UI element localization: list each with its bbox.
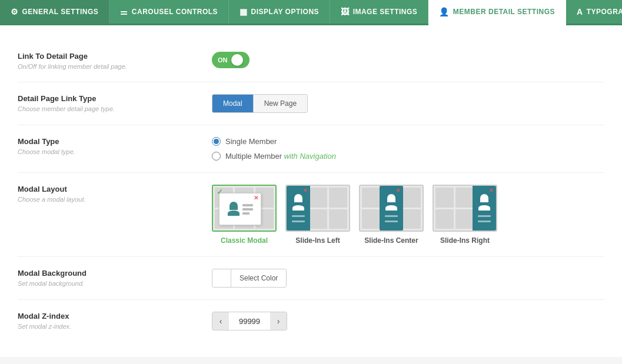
detail-page-link-type-control: Modal New Page: [212, 94, 604, 113]
single-member-option[interactable]: Single Member: [212, 137, 336, 146]
tab-display-options[interactable]: ▦ DISPLAY OPTIONS: [229, 0, 330, 24]
slide-ins-right-card[interactable]: ✕ Slide-Ins Right: [433, 185, 497, 245]
modal-layout-row: Modal Layout Choose a modal layout.: [18, 173, 604, 257]
new-page-button[interactable]: New Page: [254, 95, 307, 112]
link-to-detail-page-label: Link To Detail Page On/Off for linking m…: [18, 52, 212, 70]
modal-background-row: Modal Background Set modal background. S…: [18, 257, 604, 300]
tab-typography[interactable]: A TYPOGRAPHY: [566, 0, 622, 24]
slide-center-close: ✕: [396, 188, 401, 193]
classic-modal-inner: ✕: [213, 186, 275, 231]
slide-center-panel: ✕: [380, 186, 403, 231]
modal-layout-label: Modal Layout Choose a modal layout.: [18, 185, 212, 203]
classic-modal-box: ✕: [219, 193, 261, 225]
color-swatch: [212, 269, 231, 287]
link-to-detail-page-control: ON: [212, 52, 604, 68]
modal-zindex-row: Modal Z-index Set modal z-index. ‹ ›: [18, 300, 604, 342]
single-member-label: Single Member: [225, 137, 277, 146]
slide-ins-left-card[interactable]: ✕ Slide-Ins Left: [285, 185, 350, 245]
classic-modal-preview: ✕: [212, 185, 277, 232]
tab-image-settings[interactable]: 🖼 IMAGE SETTINGS: [330, 0, 428, 24]
slide-ins-right-inner: ✕: [434, 186, 496, 231]
slide-left-panel: ✕: [287, 186, 310, 231]
zindex-increment-button[interactable]: ›: [270, 312, 287, 330]
slide-ins-center-preview: ✕: [359, 185, 424, 232]
settings-content: Link To Detail Page On/Off for linking m…: [0, 25, 622, 357]
display-icon: ▦: [240, 7, 248, 16]
close-x-icon: ✕: [254, 195, 258, 201]
tab-general-settings[interactable]: ⚙ GENERAL SETTINGS: [0, 0, 109, 24]
zindex-decrement-button[interactable]: ‹: [212, 312, 229, 330]
color-picker-button[interactable]: Select Color: [212, 269, 287, 288]
image-icon: 🖼: [341, 7, 350, 16]
slide-right-panel: ✕: [473, 186, 496, 231]
typography-icon: A: [577, 7, 583, 16]
slide-ins-left-preview: ✕: [285, 185, 350, 232]
modal-type-row: Modal Type Choose modal type. Single Mem…: [18, 125, 604, 173]
gear-icon: ⚙: [11, 7, 19, 16]
detail-page-link-type-row: Detail Page Link Type Choose member deta…: [18, 82, 604, 125]
modal-layout-control: ✕: [212, 185, 604, 245]
tab-carousel-controls[interactable]: ⚌ CAROUSEL CONTROLS: [109, 0, 229, 24]
select-color-label: Select Color: [231, 269, 286, 287]
modal-type-control: Single Member Multiple Member with Navig…: [212, 137, 604, 161]
link-to-detail-page-toggle[interactable]: ON: [212, 52, 250, 68]
toggle-knob: [231, 54, 243, 66]
modal-type-radio-group: Single Member Multiple Member with Navig…: [212, 137, 336, 161]
modal-layout-cards: ✕: [212, 185, 497, 245]
modal-type-label: Modal Type Choose modal type.: [18, 137, 212, 155]
single-member-radio[interactable]: [212, 137, 221, 146]
slide-ins-center-inner: ✕: [360, 186, 423, 231]
page-link-type-button-group: Modal New Page: [212, 94, 308, 113]
multiple-member-radio[interactable]: [212, 152, 221, 161]
modal-zindex-label: Modal Z-index Set modal z-index.: [18, 312, 212, 330]
zindex-stepper: ‹ ›: [212, 312, 287, 330]
modal-background-control: Select Color: [212, 269, 604, 288]
navigation-text: with Navigation: [284, 152, 336, 161]
slide-ins-right-label: Slide-Ins Right: [440, 236, 490, 245]
classic-modal-label: Classic Modal: [221, 236, 268, 245]
detail-page-link-type-label: Detail Page Link Type Choose member deta…: [18, 94, 212, 112]
classic-modal-card[interactable]: ✕: [212, 185, 277, 245]
member-icon: 👤: [439, 7, 450, 16]
slide-ins-left-label: Slide-Ins Left: [295, 236, 340, 245]
slide-ins-right-preview: ✕: [433, 185, 497, 232]
carousel-icon: ⚌: [120, 7, 128, 16]
slide-ins-left-inner: ✕: [287, 186, 349, 231]
modal-button[interactable]: Modal: [212, 95, 254, 112]
tab-bar: ⚙ GENERAL SETTINGS ⚌ CAROUSEL CONTROLS ▦…: [0, 0, 622, 25]
zindex-input[interactable]: [229, 312, 270, 330]
multiple-member-label: Multiple Member with Navigation: [225, 152, 336, 161]
multiple-member-option[interactable]: Multiple Member with Navigation: [212, 152, 336, 161]
modal-background-label: Modal Background Set modal background.: [18, 269, 212, 287]
modal-zindex-control: ‹ ›: [212, 312, 604, 330]
link-to-detail-page-row: Link To Detail Page On/Off for linking m…: [18, 40, 604, 82]
slide-right-close: ✕: [489, 188, 494, 193]
slide-left-close: ✕: [303, 188, 308, 193]
modal-content-lines: [242, 204, 253, 215]
slide-ins-center-card[interactable]: ✕ Slide-Ins Center: [359, 185, 424, 245]
slide-ins-center-label: Slide-Ins Center: [364, 236, 418, 245]
tab-member-detail-settings[interactable]: 👤 MEMBER DETAIL SETTINGS: [428, 0, 566, 25]
